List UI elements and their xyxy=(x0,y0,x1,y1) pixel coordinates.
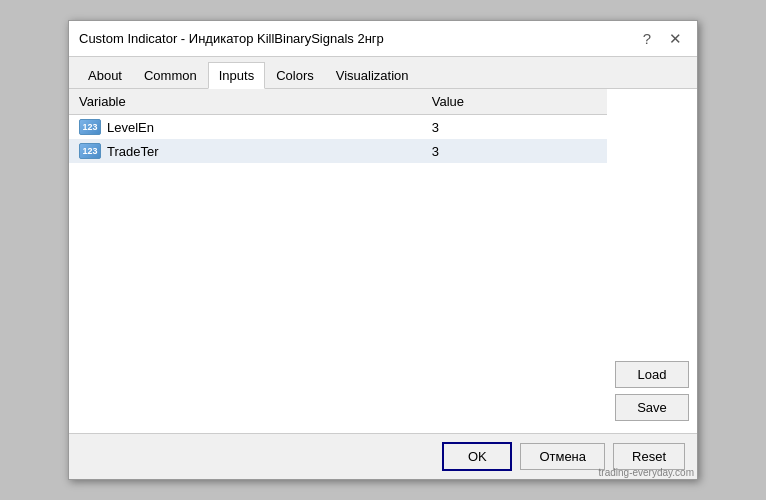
inputs-table: Variable Value 123 LevelEn xyxy=(69,89,607,163)
variable-name-tradeter: TradeTer xyxy=(107,144,159,159)
variable-name-levelen: LevelEn xyxy=(107,120,154,135)
cancel-button[interactable]: Отмена xyxy=(520,443,605,470)
tab-common[interactable]: Common xyxy=(133,62,208,89)
column-header-variable: Variable xyxy=(69,89,422,115)
close-button[interactable]: ✕ xyxy=(664,29,687,48)
main-window: Custom Indicator - Индикатор KillBinaryS… xyxy=(68,20,698,480)
sidebar-buttons: Load Save xyxy=(607,89,697,433)
value-cell-levelen[interactable]: 3 xyxy=(422,115,607,140)
window-title: Custom Indicator - Индикатор KillBinaryS… xyxy=(79,31,384,46)
type-badge-levelen: 123 xyxy=(79,119,101,135)
title-bar: Custom Indicator - Индикатор KillBinaryS… xyxy=(69,21,697,57)
help-button[interactable]: ? xyxy=(638,29,656,48)
tab-inputs[interactable]: Inputs xyxy=(208,62,265,89)
column-header-value: Value xyxy=(422,89,607,115)
load-button[interactable]: Load xyxy=(615,361,689,388)
type-badge-tradeter: 123 xyxy=(79,143,101,159)
content-area: Variable Value 123 LevelEn xyxy=(69,89,697,433)
title-buttons: ? ✕ xyxy=(638,29,687,48)
tab-about[interactable]: About xyxy=(77,62,133,89)
variable-cell: 123 LevelEn xyxy=(69,115,422,140)
tab-colors[interactable]: Colors xyxy=(265,62,325,89)
ok-button[interactable]: OK xyxy=(442,442,512,471)
reset-button[interactable]: Reset xyxy=(613,443,685,470)
tab-bar: About Common Inputs Colors Visualization xyxy=(69,57,697,89)
tab-visualization[interactable]: Visualization xyxy=(325,62,420,89)
table-row[interactable]: 123 LevelEn 3 xyxy=(69,115,607,140)
variable-cell: 123 TradeTer xyxy=(69,139,422,163)
save-button[interactable]: Save xyxy=(615,394,689,421)
value-cell-tradeter[interactable]: 3 xyxy=(422,139,607,163)
table-area: Variable Value 123 LevelEn xyxy=(69,89,607,433)
table-row[interactable]: 123 TradeTer 3 xyxy=(69,139,607,163)
watermark: trading-everyday.com xyxy=(599,467,694,478)
table-header-row: Variable Value xyxy=(69,89,607,115)
